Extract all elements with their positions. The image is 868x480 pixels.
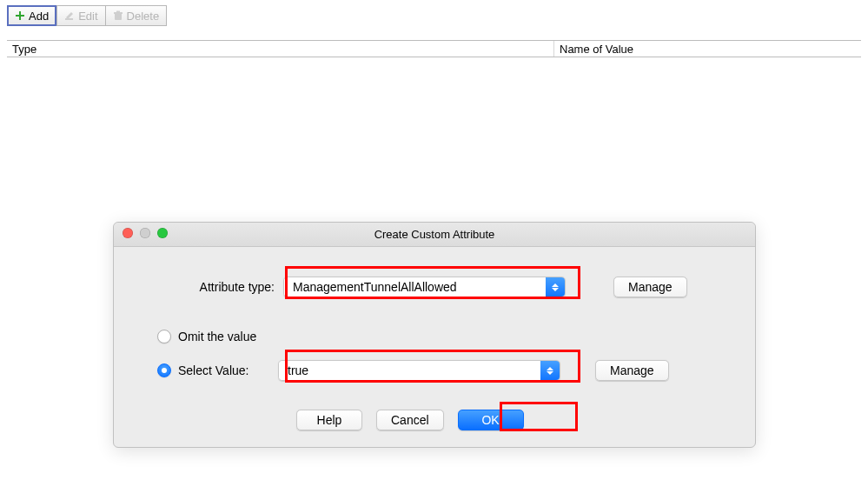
toolbar: Add Edit Delete: [7, 5, 166, 26]
help-button[interactable]: Help: [296, 410, 362, 430]
edit-button-label: Edit: [78, 10, 97, 23]
minimize-icon: [140, 228, 150, 238]
attribute-type-row: Attribute type: ManagementTunnelAllAllow…: [114, 271, 755, 303]
omit-value-label: Omit the value: [178, 330, 256, 343]
cancel-button[interactable]: Cancel: [376, 410, 444, 430]
manage-label: Manage: [628, 280, 673, 294]
zoom-icon[interactable]: [157, 228, 168, 238]
table-header-name-of-value[interactable]: Name of Value: [554, 41, 861, 57]
dialog-button-row: Help Cancel OK: [114, 407, 755, 433]
manage-value-button[interactable]: Manage: [595, 360, 669, 381]
svg-rect-3: [115, 13, 122, 20]
chevron-updown-icon: [546, 277, 565, 297]
plus-icon: [15, 10, 25, 21]
edit-button[interactable]: Edit: [56, 5, 105, 26]
attribute-type-value: ManagementTunnelAllAllowed: [284, 277, 546, 297]
select-value-label: Select Value:: [178, 363, 278, 377]
select-value-row: Select Value: true Manage: [114, 355, 755, 386]
table-header-type[interactable]: Type: [7, 41, 554, 57]
table-header-name-label: Name of Value: [560, 43, 633, 56]
omit-value-radio[interactable]: [157, 330, 171, 343]
manage-attribute-type-button[interactable]: Manage: [613, 277, 687, 297]
svg-rect-2: [65, 18, 73, 20]
select-value-select[interactable]: true: [278, 360, 560, 381]
trash-icon: [113, 10, 123, 21]
dialog-titlebar[interactable]: Create Custom Attribute: [114, 223, 755, 247]
dialog-title: Create Custom Attribute: [374, 228, 495, 241]
help-button-label: Help: [317, 413, 342, 427]
table-header-type-label: Type: [12, 43, 36, 56]
attribute-type-select[interactable]: ManagementTunnelAllAllowed: [283, 277, 566, 297]
delete-button[interactable]: Delete: [105, 5, 168, 26]
cancel-button-label: Cancel: [391, 413, 429, 427]
delete-button-label: Delete: [127, 10, 160, 23]
create-custom-attribute-dialog: Create Custom Attribute Attribute type: …: [113, 222, 756, 448]
add-button-label: Add: [29, 10, 49, 23]
dialog-body: Attribute type: ManagementTunnelAllAllow…: [114, 247, 755, 447]
omit-value-row: Omit the value: [114, 325, 755, 348]
svg-rect-5: [116, 11, 120, 13]
select-value-value: true: [279, 361, 540, 380]
close-icon[interactable]: [123, 228, 133, 238]
window-controls: [123, 228, 168, 238]
add-button[interactable]: Add: [7, 5, 56, 26]
select-value-radio[interactable]: [157, 363, 171, 377]
pencil-icon: [64, 10, 75, 21]
chevron-updown-icon: [540, 361, 560, 380]
ok-button-label: OK: [481, 413, 499, 427]
manage-label: Manage: [610, 363, 654, 377]
svg-rect-1: [16, 15, 24, 17]
ok-button[interactable]: OK: [458, 410, 524, 430]
table-header: Type Name of Value: [7, 40, 861, 57]
attribute-type-label: Attribute type:: [114, 280, 283, 294]
